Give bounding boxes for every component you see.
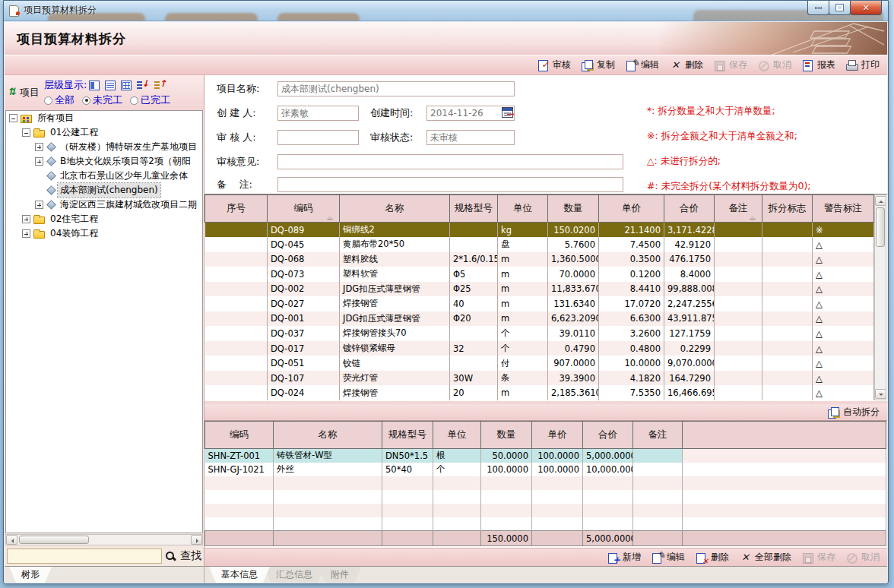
tree-item[interactable]: B地块文化娱乐项目等2项（朝阳 <box>6 154 202 169</box>
refresh-icon[interactable] <box>8 87 17 98</box>
column-header-序号[interactable]: 序号 <box>205 195 268 223</box>
toolbar-copy-button[interactable]: 复制 <box>582 58 615 71</box>
tree-item[interactable]: 04装饰工程 <box>6 226 202 241</box>
tree-item[interactable]: 成本部测试(chengben) <box>6 183 202 198</box>
table-row[interactable]: DQ-068塑料胶线2*1.6/0.15m1,360.50000.3500476… <box>205 252 874 267</box>
content-tab-基本信息[interactable]: 基本信息 <box>209 567 270 583</box>
cell: DQ-017 <box>268 341 340 356</box>
column-header-备注[interactable]: 备注 <box>633 422 683 449</box>
toolbar-audit-button[interactable]: 审核 <box>537 58 571 71</box>
column-header-数量[interactable]: 数量 <box>548 195 599 223</box>
radio-未完工[interactable]: 未完工 <box>82 93 122 107</box>
audit-status-field[interactable] <box>426 130 515 145</box>
collapse-icon[interactable] <box>9 114 17 122</box>
calendar-icon[interactable] <box>502 107 513 118</box>
table-row[interactable]: DQ-045黄腊布带20*50盘5.76007.450042.9120△ <box>205 237 874 252</box>
column-header-名称[interactable]: 名称 <box>340 195 450 223</box>
scroll-right-button[interactable] <box>191 535 202 545</box>
split-toolbar-edit-button[interactable]: 编辑 <box>651 551 685 564</box>
content-tab-汇总信息[interactable]: 汇总信息 <box>264 567 325 583</box>
expand-icon[interactable] <box>35 201 43 209</box>
scrollbar-thumb[interactable] <box>19 536 89 544</box>
split-toolbar-delete-all-button[interactable]: 全部删除 <box>740 551 791 564</box>
search-input[interactable] <box>7 548 162 564</box>
column-header-单价[interactable]: 单价 <box>532 422 583 449</box>
cell: 127.1759 <box>664 326 715 341</box>
tree-item[interactable]: 02住宅工程 <box>6 212 202 226</box>
table-row[interactable]: DQ-024焊接钢管20m2,185.36107.535016,466.6951… <box>205 385 874 400</box>
expand-icon[interactable] <box>35 143 43 151</box>
cell <box>205 237 268 252</box>
split-toolbar-edit-label: 编辑 <box>667 551 685 564</box>
remark-field[interactable] <box>277 177 623 192</box>
split-toolbar-add-button[interactable]: 新增 <box>607 551 641 564</box>
table-row[interactable]: DQ-037焊接钢管接头70个39.01103.2600127.1759△ <box>205 326 874 341</box>
auditor-field[interactable] <box>277 130 359 145</box>
column-header-编码[interactable]: 编码 <box>205 422 274 449</box>
cancel-icon <box>758 60 770 71</box>
column-header-警告标注[interactable]: 警告标注 <box>813 195 874 223</box>
expand-icon[interactable] <box>22 215 30 223</box>
column-header-合价[interactable]: 合价 <box>664 195 715 223</box>
radio-已完工[interactable]: 已完工 <box>130 93 170 107</box>
tree-item[interactable]: 所有项目 <box>6 111 202 125</box>
autosplit-button[interactable]: 自动拆分 <box>828 406 880 419</box>
table-row[interactable]: SHN-GJ-1021外丝50*40个100.0000100.000010,00… <box>205 463 886 476</box>
tree-item[interactable]: （研发楼）博特研发生产基地项目 <box>6 140 202 154</box>
minimize-button[interactable] <box>807 1 829 15</box>
tree-item[interactable]: 01公建工程 <box>6 125 202 140</box>
table-row[interactable]: DQ-073塑料软管Φ5m70.00000.12008.4000△ <box>205 267 874 282</box>
column-header-备注[interactable]: 备注 <box>715 195 762 223</box>
expand-icon[interactable] <box>35 157 43 166</box>
find-button[interactable]: 查找 <box>165 549 201 563</box>
grid-view-icon[interactable] <box>89 81 100 90</box>
sidebar-tab-树形[interactable]: 树形 <box>9 567 52 583</box>
toolbar-edit-button[interactable]: 编辑 <box>626 58 659 71</box>
scroll-up-button[interactable] <box>875 196 886 206</box>
table-row[interactable]: DQ-001JDG扣压式薄壁钢管Φ20m6,623.20906.630043,9… <box>205 311 874 327</box>
table-row[interactable]: SHN-ZT-001铸铁管材-W型DN50*1.5根50.0000100.000… <box>205 449 886 463</box>
sort-desc-icon[interactable] <box>137 80 149 90</box>
tree-item[interactable]: 海淀区西三旗建材城危改项目二期 <box>6 198 202 212</box>
table-row[interactable]: DQ-051铰链付907.000010.00009,070.0000△ <box>205 356 874 371</box>
column-header-blank[interactable] <box>683 422 886 449</box>
radio-全部[interactable]: 全部 <box>44 93 74 107</box>
list-view-icon[interactable] <box>105 81 116 90</box>
column-header-数量[interactable]: 数量 <box>481 422 532 449</box>
toolbar-report-button[interactable]: 报表 <box>802 58 835 71</box>
column-header-单价[interactable]: 单价 <box>599 195 664 223</box>
column-header-名称[interactable]: 名称 <box>274 422 382 449</box>
split-toolbar-delete-button[interactable]: 删除 <box>696 551 729 564</box>
tree-horizontal-scrollbar[interactable] <box>5 534 203 545</box>
column-header-合价[interactable]: 合价 <box>583 422 633 449</box>
creator-field[interactable] <box>277 106 359 121</box>
column-header-拆分标志[interactable]: 拆分标志 <box>762 195 813 223</box>
table-view-icon[interactable] <box>121 81 132 90</box>
table-row[interactable]: DQ-089铜绑线2kg150.020021.14003,171.4228※ <box>205 223 874 238</box>
column-header-编码[interactable]: 编码 <box>268 195 340 223</box>
table-row[interactable]: DQ-027焊接钢管40m131.634017.07202,247.2556△ <box>205 296 874 311</box>
scroll-down-button[interactable] <box>875 389 886 399</box>
sort-asc-icon[interactable] <box>154 80 166 90</box>
restore-button[interactable] <box>829 1 851 15</box>
scroll-left-button[interactable] <box>6 535 17 545</box>
column-header-单位[interactable]: 单位 <box>433 422 481 449</box>
table-row[interactable]: DQ-002JDG扣压式薄壁钢管Φ25m11,833.67008.441099,… <box>205 282 874 297</box>
toolbar-print-button[interactable]: 打印 <box>846 58 880 71</box>
column-header-规格型号[interactable]: 规格型号 <box>450 195 498 223</box>
collapse-icon[interactable] <box>22 128 30 137</box>
cell <box>762 282 813 297</box>
scrollbar-thumb[interactable] <box>876 207 885 247</box>
toolbar-delete-button[interactable]: 删除 <box>670 58 703 71</box>
table-row[interactable]: DQ-017镀锌锁紧螺母32个0.47900.48000.2299△ <box>205 341 874 356</box>
project-name-field[interactable] <box>277 81 515 96</box>
expand-icon[interactable] <box>22 229 30 238</box>
tree-item[interactable]: 北京市石景山区少年儿童业余体 <box>6 169 202 183</box>
table-vertical-scrollbar[interactable] <box>874 194 886 400</box>
table-row[interactable]: DQ-107荧光灯管30W条39.39004.1820164.7290△ <box>205 371 874 386</box>
column-header-规格型号[interactable]: 规格型号 <box>382 422 433 449</box>
content-tab-附件[interactable]: 附件 <box>319 567 361 583</box>
close-button[interactable]: ✕ <box>850 1 882 15</box>
column-header-单位[interactable]: 单位 <box>498 195 548 223</box>
audit-opinion-field[interactable] <box>277 154 623 169</box>
